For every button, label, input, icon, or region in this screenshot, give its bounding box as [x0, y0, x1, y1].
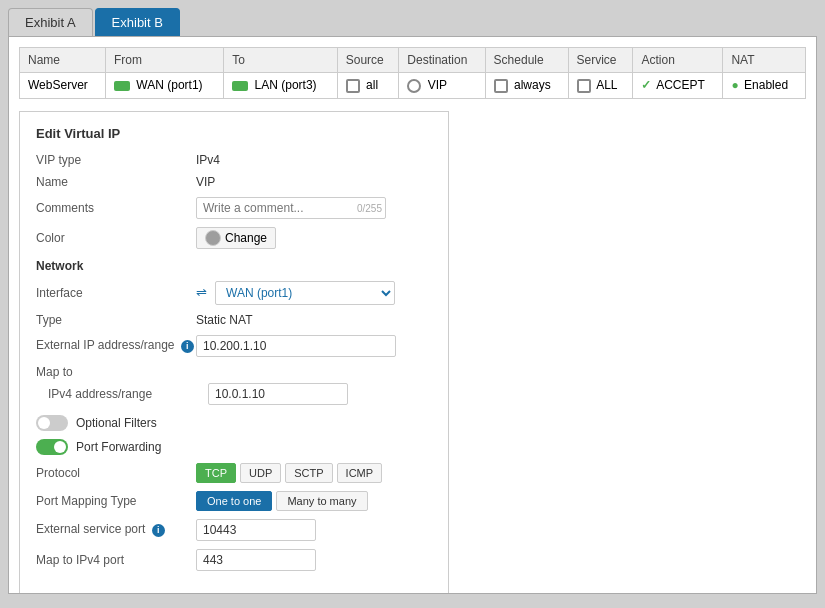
optional-filters-label: Optional Filters: [76, 416, 157, 430]
color-label: Color: [36, 231, 196, 245]
cell-to: LAN (port3): [224, 73, 338, 99]
protocol-row: Protocol TCP UDP SCTP ICMP: [36, 463, 432, 483]
cell-from: WAN (port1): [106, 73, 224, 99]
comment-wrapper: 0/255: [196, 197, 386, 219]
col-header-nat: NAT: [723, 48, 806, 73]
name-row: Name VIP: [36, 175, 432, 189]
comment-counter: 0/255: [357, 202, 382, 213]
color-change-button[interactable]: Change: [196, 227, 276, 249]
network-section-header: Network: [36, 259, 432, 273]
toggle-knob-pf: [54, 441, 66, 453]
color-swatch: [205, 230, 221, 246]
proto-udp-button[interactable]: UDP: [240, 463, 281, 483]
cell-source: all: [337, 73, 399, 99]
map-to-port-input[interactable]: [196, 549, 316, 571]
ext-ip-row: External IP address/range i: [36, 335, 432, 357]
col-header-service: Service: [568, 48, 633, 73]
ext-ip-label: External IP address/range i: [36, 338, 196, 353]
vip-type-value: IPv4: [196, 153, 220, 167]
outer-container: Exhibit A Exhibit B Name From To Source …: [0, 0, 825, 608]
tab-exhibit-b[interactable]: Exhibit B: [95, 8, 180, 36]
name-label: Name: [36, 175, 196, 189]
name-value: VIP: [196, 175, 215, 189]
service-icon: [577, 79, 591, 93]
col-header-to: To: [224, 48, 338, 73]
port-forwarding-row: Port Forwarding: [36, 439, 432, 455]
ipv4-row: IPv4 address/range: [48, 383, 432, 405]
port-mapping-label: Port Mapping Type: [36, 494, 196, 508]
map-to-label: Map to: [36, 365, 432, 379]
optional-filters-toggle[interactable]: [36, 415, 68, 431]
edit-virtual-ip-panel: Edit Virtual IP VIP type IPv4 Name VIP C…: [19, 111, 449, 594]
port-mapping-row: Port Mapping Type One to one Many to man…: [36, 491, 432, 511]
vip-icon: [407, 79, 421, 93]
cell-nat: ● Enabled: [723, 73, 806, 99]
main-content: Name From To Source Destination Schedule…: [8, 36, 817, 594]
proto-tcp-button[interactable]: TCP: [196, 463, 236, 483]
accept-icon: ✓: [641, 78, 651, 92]
tab-bar: Exhibit A Exhibit B: [8, 8, 817, 36]
ext-service-port-label: External service port i: [36, 522, 196, 537]
cell-service: ALL: [568, 73, 633, 99]
col-header-source: Source: [337, 48, 399, 73]
schedule-icon: [494, 79, 508, 93]
vip-type-label: VIP type: [36, 153, 196, 167]
panel-title: Edit Virtual IP: [36, 126, 432, 141]
ext-ip-info-icon[interactable]: i: [181, 340, 194, 353]
interface-row: Interface ⇌ WAN (port1): [36, 281, 432, 305]
col-header-destination: Destination: [399, 48, 485, 73]
cell-action: ✓ ACCEPT: [633, 73, 723, 99]
color-row: Color Change: [36, 227, 432, 249]
vip-type-row: VIP type IPv4: [36, 153, 432, 167]
type-label: Type: [36, 313, 196, 327]
ext-ip-input[interactable]: [196, 335, 396, 357]
interface-select-wrapper: ⇌ WAN (port1): [196, 281, 395, 305]
proto-sctp-button[interactable]: SCTP: [285, 463, 332, 483]
wan-iface-icon: [114, 81, 130, 91]
tab-exhibit-a[interactable]: Exhibit A: [8, 8, 93, 36]
enabled-icon: ●: [731, 78, 738, 92]
interface-label: Interface: [36, 286, 196, 300]
col-header-action: Action: [633, 48, 723, 73]
type-row: Type Static NAT: [36, 313, 432, 327]
ipv4-input[interactable]: [208, 383, 348, 405]
proto-icmp-button[interactable]: ICMP: [337, 463, 383, 483]
map-many-to-many-button[interactable]: Many to many: [276, 491, 367, 511]
wan-arrow-icon: ⇌: [196, 285, 207, 300]
col-header-from: From: [106, 48, 224, 73]
toggle-knob: [38, 417, 50, 429]
comments-label: Comments: [36, 201, 196, 215]
cell-name: WebServer: [20, 73, 106, 99]
ipv4-label: IPv4 address/range: [48, 387, 208, 401]
col-header-name: Name: [20, 48, 106, 73]
port-forwarding-label: Port Forwarding: [76, 440, 161, 454]
mapping-buttons: One to one Many to many: [196, 491, 368, 511]
port-forwarding-toggle[interactable]: [36, 439, 68, 455]
type-value: Static NAT: [196, 313, 252, 327]
comments-row: Comments 0/255: [36, 197, 432, 219]
table-row: WebServer WAN (port1) LAN (port3) all: [20, 73, 806, 99]
protocol-label: Protocol: [36, 466, 196, 480]
ext-port-info-icon[interactable]: i: [152, 524, 165, 537]
interface-select[interactable]: WAN (port1): [215, 281, 395, 305]
all-icon: [346, 79, 360, 93]
map-to-port-label: Map to IPv4 port: [36, 553, 196, 567]
map-one-to-one-button[interactable]: One to one: [196, 491, 272, 511]
col-header-schedule: Schedule: [485, 48, 568, 73]
optional-filters-row: Optional Filters: [36, 415, 432, 431]
protocol-buttons: TCP UDP SCTP ICMP: [196, 463, 382, 483]
cell-schedule: always: [485, 73, 568, 99]
ext-service-port-input[interactable]: [196, 519, 316, 541]
lan-iface-icon: [232, 81, 248, 91]
map-to-port-row: Map to IPv4 port: [36, 549, 432, 571]
ext-service-port-row: External service port i: [36, 519, 432, 541]
policy-table: Name From To Source Destination Schedule…: [19, 47, 806, 99]
cell-destination: VIP: [399, 73, 485, 99]
